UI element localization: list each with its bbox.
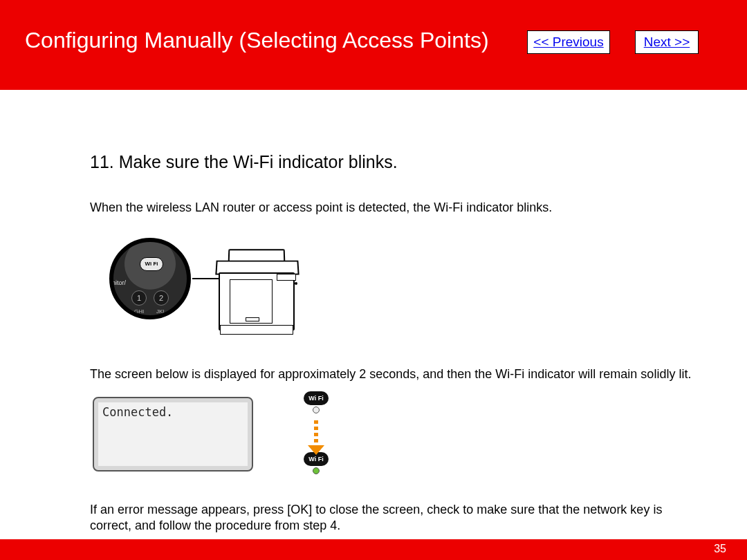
wifi-badge-off-icon: Wi Fi xyxy=(304,391,329,405)
step-heading: 11. Make sure the Wi-Fi indicator blinks… xyxy=(90,152,722,172)
wifi-badge-icon: Wi Fi xyxy=(140,257,163,271)
figure-connected-screen: Connected. Wi Fi Wi Fi xyxy=(90,394,353,489)
keypad-1-icon: 1 xyxy=(131,290,147,306)
zoom-panel-icon: Wi Fi nitor/ 1 2 GHI JKL xyxy=(109,238,191,319)
figure-printer-wifi: Wi Fi nitor/ 1 2 GHI JKL xyxy=(90,236,297,347)
wifi-led-off-icon xyxy=(313,407,320,413)
keypad-1-label: GHI xyxy=(134,308,144,315)
page-number: 35 xyxy=(714,543,726,555)
previous-button[interactable]: << Previous xyxy=(527,30,610,54)
keypad-2-label: JKL xyxy=(156,308,166,315)
keypad-2-icon: 2 xyxy=(154,290,169,306)
panel-side-text: nitor/ xyxy=(112,279,126,286)
printer-icon xyxy=(212,248,302,336)
next-button[interactable]: Next >> xyxy=(635,30,699,54)
step-description-3: If an error message appears, press [OK] … xyxy=(90,502,699,534)
step-description-1: When the wireless LAN router or access p… xyxy=(90,200,712,216)
wifi-led-on-icon xyxy=(313,467,320,474)
step-description-2: The screen below is displayed for approx… xyxy=(90,366,699,382)
lcd-screen-icon: Connected. xyxy=(93,397,253,472)
page-title: Configuring Manually (Selecting Access P… xyxy=(25,28,489,53)
arrow-down-icon xyxy=(311,420,321,448)
lcd-text: Connected. xyxy=(102,405,243,419)
footer-bar: 35 xyxy=(0,539,747,560)
